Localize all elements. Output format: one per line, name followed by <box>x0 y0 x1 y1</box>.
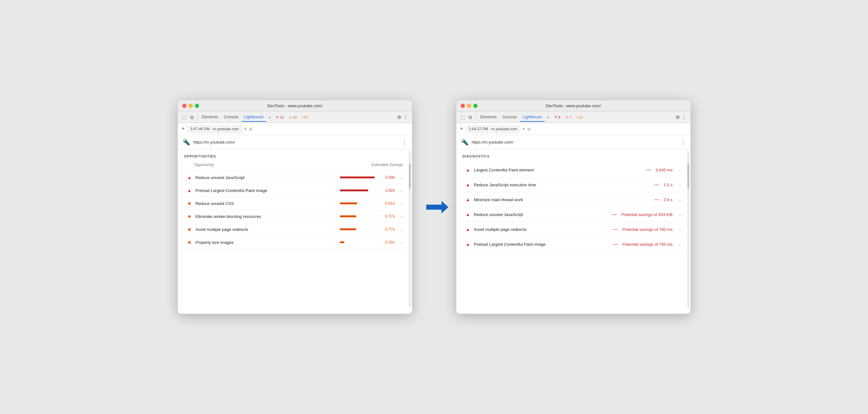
opp-expand-chevron[interactable]: ⌄ <box>400 175 403 180</box>
right-more-options-icon[interactable]: ⋮ <box>680 114 688 120</box>
opp-savings-bar <box>340 177 375 179</box>
right-tab-sources[interactable]: Sources <box>500 113 520 122</box>
diagnostic-row[interactable]: ▲ Preload Largest Contentful Paint image… <box>463 237 684 252</box>
opp-bar-container <box>340 177 378 179</box>
diag-expand-chevron[interactable]: ⌄ <box>678 168 682 172</box>
opp-expand-chevron[interactable]: ⌄ <box>400 214 403 219</box>
left-tab-more[interactable]: » <box>267 114 273 121</box>
diagnostic-row[interactable]: ▲ Minimize main-thread work — 2.6 s ⌄ <box>463 192 684 207</box>
blue-arrow-wrapper <box>426 204 442 210</box>
right-badge-errors: ✕ 8 <box>553 115 562 120</box>
opp-name: Properly size images <box>195 240 337 245</box>
opp-warning-icon: ▲ <box>187 175 192 180</box>
left-dropdown-arrow[interactable]: ▾ <box>244 127 246 131</box>
left-scrollbar-track[interactable] <box>409 151 411 308</box>
diag-name: Reduce unused JavaScript <box>474 212 608 217</box>
right-toolbar: + 3:44:37 PM - m.youtube.com ▾ ⊘ <box>456 123 690 135</box>
opportunity-row[interactable]: ▲ Preload Largest Contentful Paint image… <box>184 184 406 197</box>
right-add-icon[interactable]: + <box>460 126 464 132</box>
left-cursor-icon[interactable]: ⬚ <box>180 115 188 120</box>
right-settings-icon[interactable]: ⚙ <box>676 115 680 120</box>
left-settings-icon[interactable]: ⚙ <box>397 115 401 120</box>
opp-expand-chevron[interactable]: ⌄ <box>400 201 403 205</box>
diag-warning-icon: ▲ <box>465 227 471 232</box>
right-badge-warnings: ⚠ 7 <box>564 115 573 120</box>
diag-name: Minimize main-thread work <box>474 197 650 202</box>
right-badge-info: ▪ 10 <box>575 115 584 120</box>
right-lh-header: 🔦 https://m.youtube.com/ ⋮ <box>456 135 690 149</box>
left-col-headers: Opportunity Estimated Savings <box>184 163 406 170</box>
right-warning-icon: ⚠ <box>565 115 568 119</box>
arrow-shaft <box>426 204 442 210</box>
opp-warning-icon: ■ <box>187 240 192 245</box>
left-maximize-button[interactable] <box>195 104 199 108</box>
left-tab-console[interactable]: Console <box>221 113 241 122</box>
diagnostic-row[interactable]: ▲ Reduce JavaScript execution time — 1.5… <box>463 178 684 192</box>
diag-dash: — <box>613 226 618 232</box>
diag-dash: — <box>612 212 617 217</box>
right-lh-menu-icon[interactable]: ⋮ <box>680 138 686 146</box>
left-minimize-button[interactable] <box>189 104 193 108</box>
right-cursor-icon[interactable]: ⬚ <box>459 115 466 120</box>
diag-dash: — <box>613 241 618 247</box>
left-tab-elements[interactable]: Elements <box>199 113 221 122</box>
opp-name: Eliminate render-blocking resources <box>195 214 337 219</box>
opportunity-row[interactable]: ▲ Reduce unused JavaScript 2.59s ⌄ <box>184 171 406 184</box>
diag-value: Potential savings of 750 ms <box>622 242 673 247</box>
opp-bar-container <box>340 228 378 230</box>
opp-expand-chevron[interactable]: ⌄ <box>400 240 403 245</box>
diag-warning-icon: ▲ <box>465 197 471 202</box>
left-add-icon[interactable]: + <box>182 126 185 132</box>
left-title-bar: DevTools - www.youtube.com/ <box>178 100 412 112</box>
right-section-title: DIAGNOSTICS <box>463 154 684 158</box>
right-scrollbar-track[interactable] <box>687 151 689 308</box>
right-block-icon[interactable]: ⊘ <box>527 127 531 132</box>
opp-saving-value: 0.77s <box>381 227 395 231</box>
left-col-savings: Estimated Savings <box>372 163 403 167</box>
right-tab-elements[interactable]: Elements <box>478 113 499 122</box>
opportunity-row[interactable]: ■ Avoid multiple page redirects 0.77s ⌄ <box>184 223 406 236</box>
diag-value: 2.6 s <box>663 197 673 202</box>
right-tab-more[interactable]: » <box>545 114 551 121</box>
left-toolbar: + 3:47:46 PM - m.youtube.com ▾ ⊘ <box>178 123 412 135</box>
right-scrollbar-thumb[interactable] <box>687 163 689 189</box>
left-info-icon: ▪ <box>302 116 303 119</box>
right-lh-url: https://m.youtube.com/ <box>472 140 677 145</box>
left-block-icon[interactable]: ⊘ <box>249 127 252 132</box>
opp-expand-chevron[interactable]: ⌄ <box>400 188 403 193</box>
right-title-bar: DevTools - www.youtube.com/ <box>456 100 690 112</box>
diag-value: Potential savings of 780 ms <box>622 227 673 232</box>
opp-bar-container <box>340 202 378 204</box>
diag-expand-chevron[interactable]: ⌄ <box>678 242 682 246</box>
diagnostic-row[interactable]: ▲ Largest Contentful Paint element — 6,6… <box>463 163 684 178</box>
diagnostic-row[interactable]: ▲ Reduce unused JavaScript — Potential s… <box>463 207 684 222</box>
right-close-button[interactable] <box>461 104 465 108</box>
opportunity-row[interactable]: ■ Reduce unused CSS 0.81s ⌄ <box>184 197 406 210</box>
right-layers-icon[interactable]: ⧉ <box>467 115 474 120</box>
right-tab-lighthouse[interactable]: Lighthouse <box>520 113 544 122</box>
right-maximize-button[interactable] <box>473 104 477 108</box>
diag-expand-chevron[interactable]: ⌄ <box>678 183 682 187</box>
opportunity-row[interactable]: ■ Properly size images 0.16s ⌄ <box>184 236 406 249</box>
left-content: OPPORTUNITIES Opportunity Estimated Savi… <box>178 149 412 314</box>
diag-expand-chevron[interactable]: ⌄ <box>678 227 682 231</box>
diagnostic-row[interactable]: ▲ Avoid multiple page redirects — Potent… <box>463 222 684 237</box>
diag-expand-chevron[interactable]: ⌄ <box>678 212 682 217</box>
left-scrollbar-thumb[interactable] <box>409 163 411 189</box>
opportunity-row[interactable]: ■ Eliminate render-blocking resources 0.… <box>184 210 406 223</box>
diag-dash: — <box>646 167 651 173</box>
left-more-options-icon[interactable]: ⋮ <box>402 114 409 120</box>
right-timestamp-display: 3:44:37 PM - m.youtube.com <box>466 126 520 132</box>
diag-value: 6,640 ms <box>656 168 673 172</box>
diag-expand-chevron[interactable]: ⌄ <box>678 197 682 202</box>
left-close-button[interactable] <box>182 104 186 108</box>
left-tab-lighthouse[interactable]: Lighthouse <box>242 113 266 122</box>
opp-savings-bar <box>340 189 368 191</box>
opp-warning-icon: ■ <box>187 214 192 219</box>
right-info-icon: ▪ <box>577 116 578 119</box>
left-lh-menu-icon[interactable]: ⋮ <box>402 138 408 146</box>
left-layers-icon[interactable]: ⧉ <box>189 115 195 120</box>
right-minimize-button[interactable] <box>467 104 471 108</box>
right-dropdown-arrow[interactable]: ▾ <box>523 127 525 131</box>
opp-expand-chevron[interactable]: ⌄ <box>400 227 403 231</box>
